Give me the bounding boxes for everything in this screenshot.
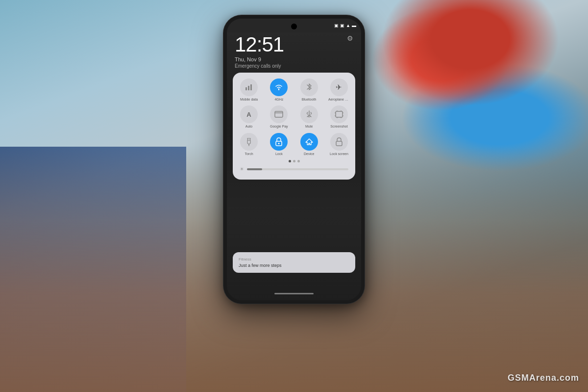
phone-frame: ▣ ▣ ▲ ▬ 12:51 Thu, Nov 9 Emergency calls… [223,15,365,304]
dot-2 [293,160,295,162]
mobile-data-icon [240,78,258,96]
page-dots [238,160,350,162]
bluetooth-icon-circle [300,78,318,96]
wifi-icon-circle [270,78,288,96]
svg-rect-1 [248,86,249,90]
phone-screen: ▣ ▣ ▲ ▬ 12:51 Thu, Nov 9 Emergency calls… [227,19,361,300]
qs-bluetooth[interactable]: Bluetooth [298,78,320,102]
google-pay-icon-circle [270,105,288,123]
qs-row-2: A Auto Google Pay [238,105,350,129]
wifi-label: 4GHz [274,98,283,102]
auto-label: Auto [245,125,252,129]
device-label: Device [304,152,314,156]
dot-3 [297,160,300,162]
qs-row-1: Mobile data 4GHz [238,78,350,102]
qs-google-pay[interactable]: Google Pay [268,105,290,129]
emergency-text: Emergency calls only [235,63,353,69]
status-icons: ▣ ▣ ▲ ▬ [334,23,356,28]
dot-1 [289,160,291,162]
torch-icon-circle [240,133,258,151]
brightness-fill [247,168,262,170]
svg-rect-10 [336,141,342,146]
lock-screen-label: Lock screen [330,152,348,156]
qs-auto[interactable]: A Auto [238,105,260,129]
screen-content: ▣ ▣ ▲ ▬ 12:51 Thu, Nov 9 Emergency calls… [227,19,361,300]
device-icon-circle [300,133,318,151]
qs-device[interactable]: Device [298,133,320,156]
brightness-track[interactable] [247,168,348,170]
clock-display: 12:51 [235,34,353,55]
qs-row-3: Torch Lock [238,133,350,156]
auto-icon-circle: A [240,105,258,123]
qs-mobile-data[interactable]: Mobile data [238,78,260,102]
qs-mute[interactable]: Mute [298,105,320,129]
qs-lock[interactable]: Lock [268,133,290,156]
qs-airplane[interactable]: ✈ Aeroplane mode [328,78,350,102]
brightness-row: ☀ [238,165,350,174]
svg-rect-3 [275,111,283,117]
notification-card: Fitness Just a few more steps [233,252,355,273]
sim-icon: ▣ [334,23,339,28]
svg-point-9 [278,143,280,144]
phone-wrapper: ▣ ▣ ▲ ▬ 12:51 Thu, Nov 9 Emergency calls… [223,15,365,304]
mute-label: Mute [305,125,313,129]
screenshot-label: Screenshot [330,125,347,129]
quick-settings-panel: Mobile data 4GHz [233,73,355,180]
watermark: GSMArena.com [508,373,579,383]
bluetooth-label: Bluetooth [302,98,317,102]
airplane-icon-circle: ✈ [330,78,348,96]
mobile-data-label: Mobile data [240,98,258,102]
notif-message: Just a few more steps [239,263,349,268]
gesture-bar [274,293,314,294]
lock-screen-icon-circle [330,133,348,151]
battery-icon: ▬ [352,23,356,28]
mute-icon-circle [300,105,318,123]
svg-rect-2 [250,84,252,90]
punch-hole-camera [291,24,297,29]
qs-wifi[interactable]: 4GHz [268,78,290,102]
data-icon: ▣ [340,23,344,28]
notification-area: Fitness Just a few more steps [233,252,355,276]
time-section: 12:51 Thu, Nov 9 Emergency calls only [235,34,353,69]
brightness-icon: ☀ [240,166,244,172]
lock-label: Lock [275,152,283,156]
wifi-icon: ▲ [346,23,350,28]
settings-icon[interactable]: ⚙ [347,34,353,42]
qs-torch[interactable]: Torch [238,133,260,156]
qs-screenshot[interactable]: Screenshot [328,105,350,129]
qs-lock-screen[interactable]: Lock screen [328,133,350,156]
svg-rect-0 [245,87,247,90]
svg-rect-6 [336,111,343,117]
airplane-label: Aeroplane mode [328,98,350,102]
screenshot-icon-circle [330,105,348,123]
date-display: Thu, Nov 9 [235,56,353,62]
torch-label: Torch [245,152,253,156]
google-pay-label: Google Pay [270,125,288,129]
notif-app-name: Fitness [239,257,349,261]
lock-icon-circle [270,133,288,151]
